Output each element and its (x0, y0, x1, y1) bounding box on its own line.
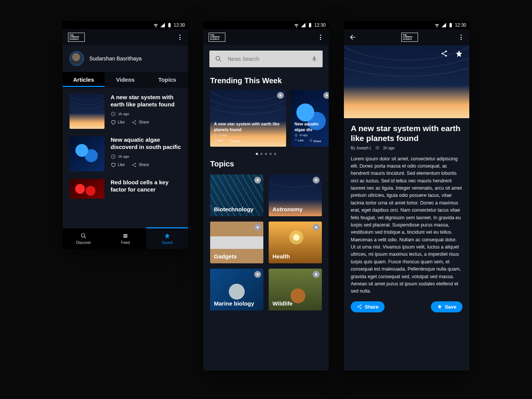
share-icon[interactable] (440, 50, 448, 57)
share-button[interactable]: Share (131, 120, 149, 125)
brand-logo[interactable]: THE COMMON SCIENCE (401, 33, 418, 42)
star-icon[interactable] (455, 50, 463, 58)
mic-icon[interactable] (311, 55, 317, 63)
battery-icon (448, 22, 453, 28)
bookmark-badge[interactable] (277, 92, 284, 99)
battery-icon (167, 22, 172, 28)
topic-card[interactable]: Astronomy (269, 174, 322, 216)
share-button[interactable]: Share (131, 162, 149, 168)
article-thumb (70, 94, 104, 129)
signal-icon (160, 22, 165, 28)
star-icon (164, 233, 171, 239)
search-icon (80, 233, 87, 239)
bookmark-badge[interactable] (313, 177, 320, 184)
trending-card[interactable]: New aquatic algae dis 1h ago ♡ Like Shar… (291, 90, 329, 147)
heart-icon (111, 120, 116, 125)
share-button[interactable]: Share (351, 301, 385, 312)
like-button[interactable]: Like (111, 162, 125, 168)
back-button[interactable] (349, 33, 357, 41)
article-list: A new star system with earth like planet… (63, 88, 188, 228)
brand-logo[interactable]: THE COMMON SCIENCE (68, 33, 85, 42)
topic-card[interactable]: Biotechnology (210, 174, 263, 216)
search-bar[interactable] (209, 51, 323, 67)
share-icon (131, 120, 137, 125)
like-button[interactable]: ♡ Like (214, 139, 223, 143)
tab-articles[interactable]: Articles (63, 72, 104, 88)
bookmark-badge[interactable] (313, 224, 320, 231)
save-button[interactable]: Save (431, 301, 462, 312)
svg-point-8 (81, 234, 85, 237)
article-thumb (70, 136, 104, 171)
signal-icon (441, 22, 446, 28)
svg-point-2 (133, 122, 134, 123)
clock-icon (294, 134, 298, 137)
svg-point-19 (309, 140, 310, 141)
status-bar: 12:30 (63, 21, 188, 29)
article-thumb (70, 179, 104, 199)
topics-heading: Topics (203, 157, 329, 173)
clock-icon (375, 146, 379, 150)
wifi-icon (153, 22, 158, 28)
svg-rect-10 (124, 236, 128, 238)
article-title: Red blood cells a key factor for cancer (111, 179, 181, 193)
status-time: 12:30 (174, 22, 185, 28)
trending-heading: Trending This Week (203, 74, 329, 90)
star-icon (437, 304, 442, 309)
nav-discover[interactable]: Discover (63, 228, 104, 249)
share-button[interactable]: Share (228, 139, 241, 143)
overflow-menu-button[interactable] (177, 35, 183, 40)
article-row[interactable]: A new star system with earth like planet… (70, 94, 181, 129)
avatar (70, 51, 84, 66)
svg-point-15 (229, 140, 230, 141)
share-icon (309, 139, 312, 142)
share-icon (357, 304, 362, 309)
nav-feed[interactable]: Feed (104, 228, 146, 249)
screen-discover: 12:30 THE COMMON SCIENCE Trending This W… (203, 21, 329, 370)
bookmark-badge[interactable] (254, 224, 261, 231)
topic-card[interactable]: Wildlife (269, 269, 322, 310)
article-row[interactable]: New aquatic algae discoverd in south pac… (70, 136, 181, 171)
overflow-menu-button[interactable] (458, 35, 464, 40)
battery-icon (307, 22, 313, 28)
app-bar: THE COMMON SCIENCE (203, 29, 329, 45)
trending-card[interactable]: A new star system with earth like planet… (210, 90, 286, 147)
profile-row[interactable]: Sudarshan Basrithaya (63, 45, 188, 72)
share-icon (131, 162, 137, 168)
status-time: 12:30 (314, 22, 326, 28)
status-bar: 12:30 (203, 21, 329, 29)
share-button[interactable]: Share (309, 139, 321, 143)
article-meta: 1h ago (111, 111, 181, 117)
like-button[interactable]: ♡ Like (294, 139, 304, 143)
article-body: Lorem ipsum dolor sit amet, consectetur … (344, 155, 469, 295)
overflow-menu-button[interactable] (317, 35, 323, 40)
trending-carousel[interactable]: A new star system with earth like planet… (203, 90, 329, 147)
svg-point-16 (231, 141, 231, 142)
nav-saved[interactable]: Saved (146, 228, 188, 249)
svg-rect-12 (314, 57, 315, 60)
share-icon (228, 139, 232, 142)
bookmark-badge[interactable] (254, 271, 261, 278)
card-title: New aquatic algae dis (294, 121, 329, 132)
signal-icon (301, 22, 306, 28)
article-title: A new star system with earth like planet… (344, 118, 469, 146)
tab-bar: Articles Videos Topics (63, 72, 188, 88)
svg-point-6 (133, 164, 134, 165)
svg-point-1 (135, 120, 136, 121)
search-input[interactable] (228, 56, 306, 62)
status-time: 12:30 (455, 22, 466, 28)
tab-videos[interactable]: Videos (104, 72, 146, 88)
tab-topics[interactable]: Topics (146, 72, 188, 88)
bookmark-badge[interactable] (254, 177, 261, 184)
brand-logo[interactable]: THE COMMON SCIENCE (209, 33, 225, 42)
topic-card[interactable]: Marine biology (210, 269, 263, 310)
article-row[interactable]: Red blood cells a key factor for cancer (70, 179, 181, 199)
status-bar: 12:30 (344, 21, 469, 29)
topics-grid: Biotechnology Astronomy Gadgets Health M… (203, 173, 329, 310)
wifi-icon (294, 22, 299, 28)
like-button[interactable]: Like (111, 120, 125, 125)
carousel-pager[interactable] (203, 153, 329, 155)
bookmark-badge[interactable] (323, 92, 329, 99)
bookmark-badge[interactable] (313, 271, 320, 278)
topic-card[interactable]: Gadgets (210, 222, 263, 263)
topic-card[interactable]: Health (269, 222, 322, 263)
